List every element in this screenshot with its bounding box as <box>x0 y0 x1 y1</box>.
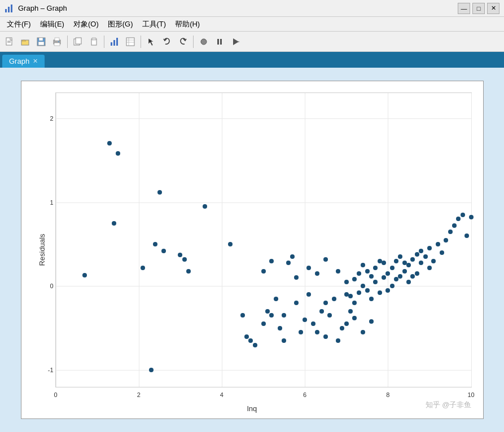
data-point <box>261 269 266 274</box>
print-button[interactable] <box>50 34 64 49</box>
x-tick-label: 2 <box>137 391 141 398</box>
data-point <box>357 271 361 276</box>
data-point <box>303 318 307 322</box>
data-point <box>161 249 166 253</box>
title-controls: — □ ✕ <box>458 3 499 14</box>
data-point <box>398 254 402 259</box>
save-button[interactable] <box>34 34 49 49</box>
grid-line-h <box>56 370 471 371</box>
svg-rect-21 <box>126 38 134 46</box>
data-point <box>390 284 395 288</box>
tab-graph[interactable]: Graph ✕ <box>2 55 45 68</box>
x-tick-label: 4 <box>220 391 223 398</box>
toolbar-separator-3 <box>141 36 141 48</box>
data-point <box>427 246 432 250</box>
data-point <box>469 215 474 219</box>
toolbar-separator-1 <box>67 36 68 48</box>
data-point <box>157 190 162 195</box>
data-point <box>361 263 365 267</box>
chart-button[interactable] <box>107 34 122 49</box>
title-bar: Graph – Graph — □ ✕ <box>0 0 504 17</box>
data-point <box>436 242 440 246</box>
data-point <box>419 249 423 253</box>
data-point <box>357 290 361 295</box>
data-point <box>378 290 382 295</box>
plot-inner: -10120246810 <box>55 92 472 387</box>
data-point <box>398 274 402 279</box>
redo-button[interactable] <box>176 34 190 49</box>
svg-rect-15 <box>76 38 81 44</box>
record-start-button[interactable] <box>196 34 211 49</box>
data-point <box>365 288 370 293</box>
data-point <box>385 271 390 276</box>
undo-button[interactable] <box>160 34 174 49</box>
x-tick-label: 8 <box>386 391 389 398</box>
data-point <box>348 294 353 298</box>
menu-tools[interactable]: 工具(T) <box>138 18 171 30</box>
x-axis-label: lnq <box>247 404 257 413</box>
app-icon <box>5 4 14 13</box>
svg-rect-11 <box>55 38 59 41</box>
data-point <box>269 313 274 318</box>
maximize-button[interactable]: □ <box>472 3 485 14</box>
grid-line-v <box>305 93 305 387</box>
record-pause-button[interactable] <box>212 34 227 49</box>
data-point <box>402 269 407 274</box>
data-button[interactable] <box>123 34 138 49</box>
svg-rect-8 <box>39 38 43 41</box>
menu-object[interactable]: 对象(O) <box>69 18 103 30</box>
data-point <box>344 321 349 326</box>
data-point <box>419 261 423 265</box>
y-tick-label: -1 <box>48 367 56 373</box>
open-button[interactable] <box>18 34 33 49</box>
data-point <box>294 275 299 280</box>
data-point <box>278 326 282 330</box>
data-point <box>261 321 266 326</box>
data-point <box>361 284 365 288</box>
data-point <box>141 266 145 270</box>
menu-graphics[interactable]: 图形(G) <box>103 18 138 30</box>
svg-rect-12 <box>54 43 60 46</box>
grid-line-v <box>139 93 139 387</box>
data-point <box>182 257 187 262</box>
data-point <box>299 330 303 334</box>
data-point <box>344 280 349 284</box>
grid-line-v <box>56 93 56 387</box>
menu-edit[interactable]: 编辑(E) <box>36 18 69 30</box>
data-point <box>361 330 365 334</box>
data-point <box>336 269 340 274</box>
data-point <box>394 259 398 263</box>
new-button[interactable] <box>2 34 17 49</box>
copy-graph-button[interactable] <box>71 34 85 49</box>
menu-help[interactable]: 帮助(H) <box>170 18 204 30</box>
record-play-button[interactable] <box>228 34 243 49</box>
data-point <box>274 297 278 301</box>
svg-rect-1 <box>8 7 10 12</box>
data-point <box>448 230 453 234</box>
toolbar <box>0 32 504 52</box>
grid-line-h <box>56 286 471 286</box>
watermark: 知乎 @子非鱼 <box>426 400 472 410</box>
data-point <box>282 338 286 343</box>
data-point <box>382 275 386 280</box>
minimize-button[interactable]: — <box>458 3 470 14</box>
close-button[interactable]: ✕ <box>487 3 499 14</box>
data-point <box>323 301 328 305</box>
data-point <box>82 273 87 277</box>
y-tick-label: 1 <box>50 199 55 206</box>
paste-button[interactable] <box>86 34 101 49</box>
data-point <box>149 368 154 372</box>
select-button[interactable] <box>144 34 159 49</box>
menu-file[interactable]: 文件(F) <box>2 18 36 30</box>
y-tick-label: 0 <box>50 283 55 289</box>
toolbar-separator-2 <box>104 36 104 48</box>
svg-rect-9 <box>38 42 44 45</box>
data-point <box>327 313 332 318</box>
data-point <box>323 257 328 262</box>
data-point <box>228 242 233 246</box>
data-point <box>461 213 465 217</box>
tab-close-icon[interactable]: ✕ <box>33 58 38 65</box>
svg-marker-29 <box>238 41 240 42</box>
data-point <box>423 254 428 259</box>
svg-point-25 <box>201 39 207 45</box>
